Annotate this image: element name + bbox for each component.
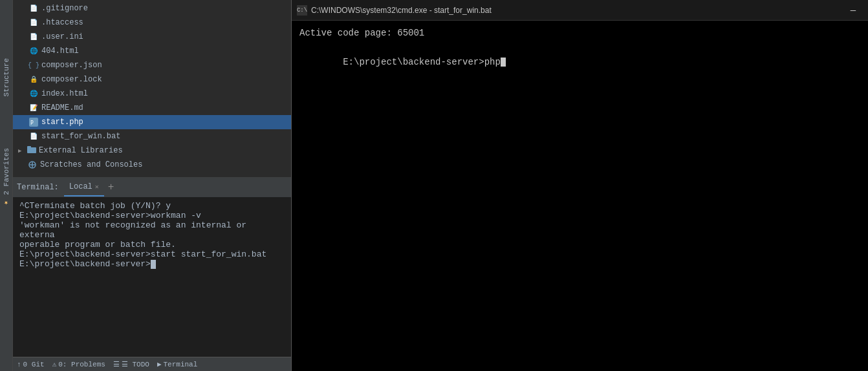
cmd-icon: C:\ — [297, 5, 307, 16]
cmd-minimize-button[interactable]: — — [838, 0, 868, 21]
terminal-status-label: Terminal — [164, 361, 198, 368]
scratches-label: Scratches and Consoles — [40, 160, 142, 169]
status-todo[interactable]: ☰ ☰ TODO — [113, 360, 149, 368]
git-label: 0 Git — [23, 361, 45, 368]
file-label: composer.lock — [41, 75, 102, 84]
folder-label: External Libraries — [39, 146, 123, 155]
tree-item-scratches[interactable]: Scratches and Consoles — [13, 158, 291, 172]
problems-label: 0: Problems — [58, 361, 105, 368]
scratches-icon — [27, 160, 38, 170]
status-problems[interactable]: ⚠ 0: Problems — [52, 360, 105, 368]
file-label: index.html — [41, 89, 88, 98]
terminal-line-1: ^CTerminate batch job (Y/N)? y — [19, 201, 285, 211]
todo-label: ☰ TODO — [122, 360, 149, 368]
tree-item-composer-lock[interactable]: 🔒 composer.lock — [13, 72, 291, 87]
cmd-titlebar: C:\ C:\WINDOWS\system32\cmd.exe - start_… — [292, 0, 868, 21]
tree-item-readme[interactable]: 📝 README.md — [13, 101, 291, 115]
html-icon: 🌐 — [28, 46, 39, 56]
cmd-title: C:\WINDOWS\system32\cmd.exe - start_for_… — [311, 6, 838, 15]
status-terminal[interactable]: ▶ Terminal — [157, 360, 197, 368]
terminal-content[interactable]: ^CTerminate batch job (Y/N)? y E:\projec… — [13, 197, 291, 357]
bat-icon: 📄 — [28, 131, 39, 142]
terminal-add-button[interactable]: + — [108, 182, 114, 193]
tree-item-composer-json[interactable]: { } composer.json — [13, 58, 291, 72]
tree-item-index-html[interactable]: 🌐 index.html — [13, 87, 291, 101]
folder-icon — [27, 145, 36, 156]
file-label: .gitignore — [41, 4, 88, 13]
todo-icon: ☰ — [113, 360, 120, 368]
file-label: 404.html — [41, 47, 79, 56]
file-tree: 📄 .gitignore 📄 .htaccess 📄 .user.ini 🌐 4… — [13, 0, 291, 177]
file-icon: 📄 — [28, 3, 39, 14]
svg-rect-3 — [27, 146, 31, 149]
terminal-tab-local[interactable]: Local ✕ — [64, 178, 104, 196]
terminal-panel: Terminal: Local ✕ + ^CTerminate batch jo… — [13, 177, 291, 371]
terminal-line-9: E:\project\backend-server> — [19, 259, 285, 269]
arrow-icon: ▶ — [18, 147, 26, 154]
svg-text:P: P — [30, 120, 34, 126]
tree-item-htaccess[interactable]: 📄 .htaccess — [13, 16, 291, 30]
cmd-cursor — [501, 58, 506, 67]
file-label: README.md — [41, 103, 83, 112]
tree-item-gitignore[interactable]: 📄 .gitignore — [13, 1, 291, 16]
tab-close-button[interactable]: ✕ — [95, 183, 99, 191]
sidebar: 📄 .gitignore 📄 .htaccess 📄 .user.ini 🌐 4… — [13, 0, 291, 371]
structure-tab[interactable]: Structure — [1, 52, 12, 103]
json-icon: { } — [28, 60, 39, 70]
file-label: composer.json — [41, 61, 102, 70]
warning-icon: ⚠ — [52, 360, 57, 368]
terminal-icon: ▶ — [157, 360, 162, 368]
tree-item-start-php[interactable]: P start.php — [13, 115, 291, 129]
file-icon: 📄 — [28, 32, 39, 42]
file-label: start_for_win.bat — [41, 132, 120, 141]
terminal-label: Terminal: — [17, 183, 59, 192]
php-icon: P — [28, 117, 39, 127]
tree-item-start-bat[interactable]: 📄 start_for_win.bat — [13, 129, 291, 143]
status-git[interactable]: ↑ 0 Git — [17, 361, 45, 368]
status-bar: ↑ 0 Git ⚠ 0: Problems ☰ ☰ TODO ▶ Termina… — [13, 357, 291, 371]
git-icon: ↑ — [17, 361, 21, 368]
cmd-line-3: E:\project\backend-server>php — [299, 40, 860, 83]
favorites-tab[interactable]: ★ 2 Favorites — [1, 142, 12, 214]
cmd-window: C:\ C:\WINDOWS\system32\cmd.exe - start_… — [291, 0, 868, 371]
cmd-line-1: Active code page: 65001 — [299, 26, 860, 40]
file-label: .htaccess — [41, 18, 83, 27]
file-icon: 📄 — [28, 17, 39, 28]
file-label: .user.ini — [41, 32, 83, 41]
terminal-tabs-bar: Terminal: Local ✕ + — [13, 178, 291, 197]
cursor — [151, 260, 156, 269]
file-label: start.php — [41, 118, 83, 127]
html-icon: 🌐 — [28, 89, 39, 99]
terminal-line-7: E:\project\backend-server>start start_fo… — [19, 249, 285, 259]
tree-item-external-libraries[interactable]: ▶ External Libraries — [13, 143, 291, 158]
terminal-line-4: 'workman' is not recognized as an intern… — [19, 220, 285, 240]
favorites-badge: ★ — [3, 200, 10, 208]
tree-item-user-ini[interactable]: 📄 .user.ini — [13, 30, 291, 44]
left-strip: Structure ★ 2 Favorites — [0, 0, 13, 371]
terminal-line-5: operable program or batch file. — [19, 240, 285, 249]
tree-item-404-html[interactable]: 🌐 404.html — [13, 44, 291, 58]
cmd-content[interactable]: Active code page: 65001 E:\project\backe… — [292, 21, 868, 371]
md-icon: 📝 — [28, 103, 39, 113]
lock-icon: 🔒 — [28, 74, 39, 85]
terminal-line-3: E:\project\backend-server>workman -v — [19, 211, 285, 220]
